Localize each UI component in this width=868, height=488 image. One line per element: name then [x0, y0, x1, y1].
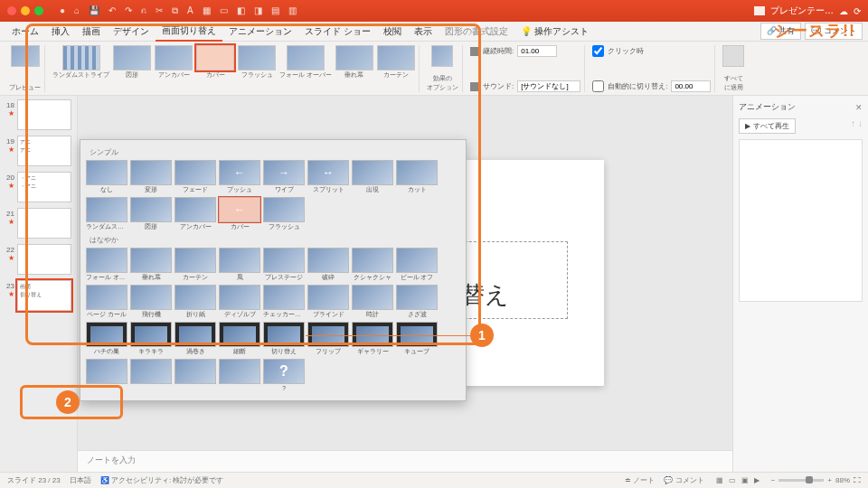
- gallery-item[interactable]: プレステージ: [263, 248, 305, 282]
- sync-icon: ⟳: [854, 6, 861, 16]
- gallery-item[interactable]: 変形: [130, 160, 172, 194]
- gallery-item[interactable]: ブラインド: [307, 285, 349, 319]
- gallery-item[interactable]: ?: [263, 359, 305, 391]
- slide-thumb-19[interactable]: 19★アニ アニ: [2, 136, 75, 166]
- comments-toggle[interactable]: 💬 コメント: [664, 475, 703, 485]
- gallery-item[interactable]: [219, 359, 260, 391]
- gallery-item[interactable]: 図形: [130, 197, 172, 231]
- transition-アンカバー[interactable]: [155, 45, 193, 70]
- status-bar: スライド 23 / 23 日本語 ♿ アクセシビリティ: 検討が必要です ≐ ノ…: [0, 472, 868, 488]
- notes-pane[interactable]: ノートを入力: [78, 450, 732, 472]
- gallery-item[interactable]: ←プッシュ: [219, 160, 260, 194]
- window-controls[interactable]: [7, 6, 43, 15]
- tab-view[interactable]: 表示: [408, 23, 439, 41]
- transition-図形[interactable]: [113, 45, 151, 70]
- save-icon: 💾: [89, 5, 99, 16]
- gallery-item[interactable]: ランダムストライプ: [86, 197, 127, 231]
- gallery-item[interactable]: フォール オーバー: [86, 248, 127, 282]
- transition-垂れ幕[interactable]: [335, 45, 373, 70]
- effect-options-button[interactable]: [431, 45, 453, 67]
- gallery-item[interactable]: ギャラリー: [352, 322, 393, 356]
- app-icon: [754, 6, 765, 15]
- gallery-item[interactable]: キューブ: [396, 322, 438, 356]
- undo-icon: ↶: [108, 5, 116, 16]
- gallery-item[interactable]: 折り紙: [175, 285, 216, 319]
- gallery-item[interactable]: →ワイプ: [263, 160, 305, 194]
- slide-thumb-23[interactable]: 23★画面 切り替え: [2, 280, 75, 311]
- gallery-item[interactable]: 垂れ幕: [130, 248, 172, 282]
- transition-カバー[interactable]: [196, 45, 234, 70]
- gallery-item[interactable]: ↔スプリット: [307, 160, 349, 194]
- autosave-icon: ●: [60, 5, 65, 16]
- gallery-item[interactable]: フラッシュ: [263, 197, 305, 231]
- gallery-item[interactable]: アンカバー: [175, 197, 216, 231]
- gallery-item[interactable]: ピール オフ: [396, 248, 438, 282]
- gallery-item[interactable]: クシャクシャ: [352, 248, 393, 282]
- ribbon-tabs: ホーム 挿入 描画 デザイン 画面切り替え アニメーション スライド ショー 校…: [0, 22, 868, 42]
- slide-thumb-22[interactable]: 22★: [2, 244, 75, 275]
- slide-thumbnails[interactable]: 18★19★アニ アニ20★・アニ ・アニ21★22★23★画面 切り替え: [0, 96, 78, 472]
- gallery-item[interactable]: フェード: [175, 160, 216, 194]
- tab-review[interactable]: 校閲: [377, 23, 408, 41]
- gallery-item[interactable]: 時計: [352, 285, 393, 319]
- auto-advance-checkbox[interactable]: [592, 80, 604, 92]
- preview-icon[interactable]: [11, 45, 40, 67]
- on-click-checkbox[interactable]: [592, 45, 604, 57]
- gallery-item[interactable]: チェッカーボード: [263, 285, 305, 319]
- auto-time-input[interactable]: [671, 80, 711, 92]
- transition-フォール オーバー[interactable]: [287, 45, 325, 70]
- gallery-item[interactable]: ←カバー: [219, 197, 260, 231]
- slide-thumb-21[interactable]: 21★: [2, 208, 75, 239]
- gallery-item[interactable]: フリップ: [307, 322, 349, 356]
- gallery-item[interactable]: [86, 359, 127, 391]
- gallery-item[interactable]: ディゾルブ: [219, 285, 260, 319]
- clock-icon: [470, 47, 479, 56]
- gallery-item[interactable]: さざ波: [396, 285, 438, 319]
- gallery-item[interactable]: 破砕: [307, 248, 349, 282]
- transition-ランダムストライプ[interactable]: [62, 45, 100, 70]
- transition-カーテン[interactable]: [377, 45, 415, 70]
- gallery-item[interactable]: カーテン: [175, 248, 216, 282]
- zoom-control[interactable]: −+ 88%⛶: [771, 476, 861, 484]
- ribbon: プレビュー ランダムストライプ図形アンカバーカバーフラッシュフォール オーバー垂…: [0, 42, 868, 96]
- reorder-arrows[interactable]: ↑ ↓: [851, 118, 863, 128]
- home-icon: ⌂: [74, 5, 80, 16]
- animation-list[interactable]: [739, 139, 863, 302]
- gallery-item[interactable]: 飛行機: [130, 285, 172, 319]
- close-icon[interactable]: ✕: [855, 103, 863, 112]
- gallery-item[interactable]: キラキラ: [130, 322, 172, 356]
- transition-gallery-popup: シンプル なし変形フェード←プッシュ→ワイプ↔スプリット出現カットランダムストラ…: [80, 139, 467, 401]
- gallery-item[interactable]: 風: [219, 248, 260, 282]
- gallery-item[interactable]: ページ カール: [86, 285, 127, 319]
- tab-insert[interactable]: 挿入: [45, 23, 76, 41]
- sound-select[interactable]: [517, 80, 580, 92]
- quick-access-toolbar[interactable]: ●⌂💾↶↷ ⎌✂⧉A▦▭◧◨▤▥: [60, 5, 297, 16]
- notes-toggle[interactable]: ≐ ノート: [625, 475, 655, 485]
- gallery-item[interactable]: [175, 359, 216, 391]
- tab-home[interactable]: ホーム: [5, 23, 45, 41]
- tab-draw[interactable]: 描画: [76, 23, 107, 41]
- gallery-item[interactable]: 切り替え: [263, 322, 305, 356]
- tab-design[interactable]: デザイン: [107, 23, 156, 41]
- gallery-item[interactable]: 出現: [352, 160, 393, 194]
- play-all-button[interactable]: ▶ すべて再生: [739, 118, 796, 134]
- slide-thumb-18[interactable]: 18★: [2, 99, 75, 130]
- tab-transitions[interactable]: 画面切り替え: [156, 22, 222, 42]
- apply-all-button[interactable]: [722, 45, 744, 67]
- view-buttons[interactable]: ▦▭▣▶: [713, 476, 762, 484]
- transition-フラッシュ[interactable]: [238, 45, 276, 70]
- tab-format[interactable]: 図形の書式設定: [439, 23, 514, 41]
- accessibility-status[interactable]: ♿ アクセシビリティ: 検討が必要です: [100, 475, 224, 485]
- gallery-item[interactable]: なし: [86, 160, 127, 194]
- gallery-item[interactable]: 渦巻き: [175, 322, 216, 356]
- tab-assist[interactable]: 💡 操作アシスト: [514, 23, 595, 41]
- tab-animations[interactable]: アニメーション: [222, 23, 298, 41]
- gallery-item[interactable]: 細断: [219, 322, 260, 356]
- gallery-item[interactable]: カット: [396, 160, 438, 194]
- tab-slideshow[interactable]: スライド ショー: [298, 23, 377, 41]
- gallery-item[interactable]: [130, 359, 172, 391]
- gallery-item[interactable]: ハチの巣: [86, 322, 127, 356]
- slide-thumb-20[interactable]: 20★・アニ ・アニ: [2, 172, 75, 202]
- language-status[interactable]: 日本語: [70, 475, 91, 485]
- duration-input[interactable]: [517, 45, 557, 57]
